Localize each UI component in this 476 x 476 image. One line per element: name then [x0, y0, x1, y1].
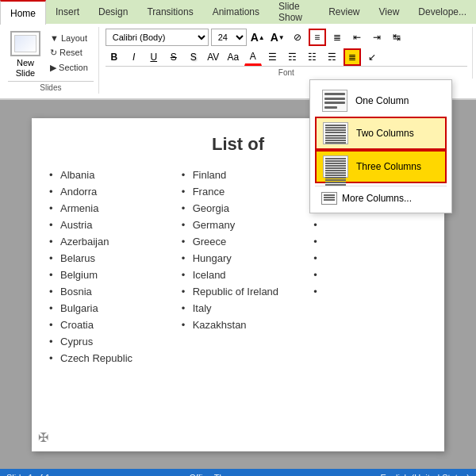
- list-item: Austria: [48, 217, 164, 233]
- list-item: Finland: [180, 167, 297, 183]
- three-columns-icon: [323, 155, 348, 178]
- list-item: [312, 217, 428, 233]
- tab-home[interactable]: Home: [0, 0, 46, 25]
- tab-transitions[interactable]: Transitions: [137, 0, 202, 24]
- font-group-label: Font: [106, 66, 467, 77]
- list-item: Czech Republic: [48, 350, 164, 367]
- list-item: [312, 267, 428, 283]
- underline-button[interactable]: U: [145, 48, 163, 66]
- tab-review[interactable]: Review: [319, 0, 369, 24]
- font-family-select[interactable]: Calibri (Body): [106, 29, 209, 46]
- text-direction-button[interactable]: ↹: [388, 29, 405, 46]
- status-bar: Slide 1 of 1 Office Theme English (Unite…: [0, 469, 476, 476]
- bold-button[interactable]: B: [106, 48, 123, 66]
- shadow-button[interactable]: S: [185, 48, 202, 66]
- increase-indent-button[interactable]: ⇥: [368, 29, 386, 46]
- list-item: Kazakhstan: [180, 317, 297, 333]
- list-item: Italy: [180, 300, 297, 317]
- strikethrough-button[interactable]: S: [165, 48, 182, 66]
- tab-view[interactable]: View: [370, 0, 409, 24]
- font-color-button[interactable]: A: [244, 48, 262, 66]
- main-area: List of Albania Andorra Armenia Austria …: [0, 100, 476, 469]
- list-item: Belarus: [48, 250, 164, 267]
- reset-button[interactable]: ↻ Reset: [44, 46, 94, 60]
- list-item: France: [180, 183, 297, 200]
- two-columns-option[interactable]: Two Columns: [315, 117, 447, 150]
- column-2: Finland France Georgia Germany Greece Hu…: [180, 167, 297, 367]
- tab-bar: Home Insert Design Transitions Animation…: [0, 0, 476, 24]
- list-item: Belgium: [48, 267, 164, 283]
- new-slide-button[interactable]: NewSlide: [8, 29, 43, 81]
- decrease-font-size-button[interactable]: A▼: [269, 29, 286, 46]
- list-item: Albania: [48, 167, 164, 183]
- more-columns-label: More Columns...: [342, 193, 412, 204]
- list-item: Germany: [180, 217, 297, 233]
- resize-handle[interactable]: ✠: [38, 430, 48, 445]
- char-spacing-button[interactable]: AV: [205, 48, 222, 66]
- font-size-select[interactable]: 24: [211, 29, 247, 46]
- decrease-indent-button[interactable]: ⇤: [348, 29, 366, 46]
- list-item: [312, 250, 428, 267]
- more-columns-option[interactable]: More Columns...: [315, 189, 447, 208]
- more-columns-icon: [321, 192, 337, 205]
- slides-group: NewSlide ▼ Layout ↻ Reset ▶ Section Slid…: [3, 27, 99, 94]
- text-options-button[interactable]: ↙: [363, 48, 381, 66]
- one-column-label: One Column: [355, 95, 409, 106]
- three-columns-option[interactable]: Three Columns: [315, 150, 447, 183]
- columns-dropdown: One Column Two Columns: [309, 79, 452, 213]
- new-slide-label: NewSlide: [16, 58, 35, 79]
- list-item: [312, 233, 428, 250]
- clear-formatting-button[interactable]: ⊘: [289, 29, 306, 46]
- tab-animations[interactable]: Animations: [203, 0, 269, 24]
- align-right-button[interactable]: ☷: [304, 48, 321, 66]
- list-item: Iceland: [180, 267, 297, 283]
- tab-design[interactable]: Design: [89, 0, 137, 24]
- increase-font-size-button[interactable]: A▲: [249, 29, 267, 46]
- justify-button[interactable]: ☴: [324, 48, 341, 66]
- numbered-list-button[interactable]: ≣: [328, 29, 346, 46]
- slide-count: Slide 1 of 1: [6, 473, 50, 476]
- list-item: [312, 283, 428, 300]
- three-columns-label: Three Columns: [356, 161, 421, 172]
- section-button[interactable]: ▶ Section: [44, 61, 94, 75]
- layout-button[interactable]: ▼ Layout: [44, 32, 94, 44]
- two-columns-icon: [323, 122, 348, 144]
- menu-divider: [315, 186, 447, 186]
- column-1: Albania Andorra Armenia Austria Azerbaij…: [48, 167, 164, 367]
- list-item: Republic of Ireland: [180, 283, 297, 300]
- slides-sub-buttons: ▼ Layout ↻ Reset ▶ Section: [44, 29, 94, 75]
- list-item: Bosnia: [48, 283, 164, 300]
- language: English (United States): [380, 473, 470, 476]
- align-left-button[interactable]: ☰: [264, 48, 282, 66]
- italic-button[interactable]: I: [125, 48, 143, 66]
- list-item: Azerbaijan: [48, 233, 164, 250]
- slides-group-label: Slides: [8, 81, 94, 92]
- list-item: Armenia: [48, 200, 164, 217]
- tab-insert[interactable]: Insert: [46, 0, 89, 24]
- columns-button[interactable]: ≣: [344, 48, 361, 66]
- list-item: Andorra: [48, 183, 164, 200]
- column-1-list: Albania Andorra Armenia Austria Azerbaij…: [48, 167, 164, 367]
- one-column-option[interactable]: One Column: [315, 85, 447, 117]
- list-item: Bulgaria: [48, 300, 164, 317]
- list-item: Georgia: [180, 200, 297, 217]
- list-item: Greece: [180, 233, 297, 250]
- change-case-button[interactable]: Aa: [225, 48, 242, 66]
- tab-slideshow[interactable]: Slide Show: [269, 0, 319, 24]
- theme-name: Office Theme: [189, 473, 241, 476]
- one-column-icon: [322, 90, 347, 112]
- list-item: Hungary: [180, 250, 297, 267]
- align-center-button[interactable]: ☶: [284, 48, 301, 66]
- column-2-list: Finland France Georgia Germany Greece Hu…: [180, 167, 297, 333]
- bullet-list-button[interactable]: ≡: [309, 29, 326, 46]
- two-columns-label: Two Columns: [356, 128, 414, 139]
- tab-developer[interactable]: Develope...: [409, 0, 476, 24]
- font-group: Calibri (Body) 24 A▲ A▼ ⊘ ≡ ≣ ⇤ ⇥ ↹ B I …: [101, 27, 473, 79]
- list-item: Croatia: [48, 317, 164, 333]
- list-item: Cyprus: [48, 333, 164, 350]
